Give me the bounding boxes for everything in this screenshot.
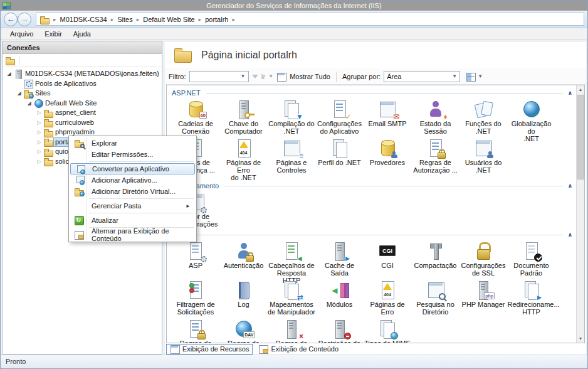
feature-ip-domain-restrictions[interactable]: Restrições de IP e de Domínio [316,319,364,343]
collapse-section-icon[interactable]: ∧ [568,90,572,96]
tree-item-sites[interactable]: ◢Sites [3,88,162,99]
feature-connection-strings[interactable]: abCadeias de Conexão [172,99,219,136]
feature-mime-types[interactable]: Tipos de MIME [364,319,411,343]
feature-php-manager[interactable]: phpPHP Manager [459,280,507,316]
vertical-scrollbar[interactable]: ▲ ▼ [576,85,584,343]
feature-compression[interactable]: Compactação [412,241,459,277]
collapsed-icon[interactable]: ▷ [35,159,43,164]
feature-net-authorization-rules[interactable]: Regras de Autorização ... [412,138,459,174]
chevron-down-icon[interactable]: ▼ [478,73,483,79]
menu-arquivo[interactable]: Arquivo [4,28,39,40]
breadcrumb-segment-portalrh[interactable]: portalrh [205,16,228,23]
feature-http-response-headers[interactable]: ◄Cabeçalhos de Resposta HTTP [268,241,315,277]
scroll-up-icon[interactable]: ▲ [577,85,584,94]
feature-net-globalization[interactable]: Globalização do .NET [508,99,555,136]
collapsed-icon[interactable]: ▷ [35,149,43,154]
feature-net-error-pages[interactable]: 404Páginas de Erro do .NET [220,138,268,174]
address-bar: ← → ▸M01DSK-CS34▸Sites▸Default Web Site▸… [1,11,587,28]
feature-failed-request-tracing-rules[interactable]: ×Regras de Rastreamento ... [268,319,315,343]
show-all-button[interactable]: Mostrar Tudo [290,73,330,80]
feature-webdav-authoring-rules[interactable]: DAVRegras de Criação de W... [220,319,268,343]
collapsed-icon[interactable]: ▷ [35,139,43,145]
menu-exibir[interactable]: Exibir [39,28,68,40]
feature-default-document[interactable]: Documento Padrão [508,241,555,277]
feature-application-settings[interactable]: ✓Configurações do Aplicativo [316,99,364,136]
failed-request-tracing-rules-icon: × [281,319,302,339]
collapsed-icon[interactable]: ▷ [35,120,43,126]
feature-pages-and-controls[interactable]: ≡Páginas e Controles [268,138,315,174]
forward-button[interactable]: → [18,13,31,26]
tree-item-default-web-site[interactable]: ◢Default Web Site [3,99,162,109]
tab-exibi-o-de-conte-do[interactable]: Exibição de Conteúdo [255,344,342,355]
breadcrumb-segment-sites[interactable]: Sites [117,16,132,23]
feature-error-pages[interactable]: 404Páginas de Erro [364,280,411,316]
feature-providers[interactable]: Provedores [364,138,411,174]
feature-machine-key[interactable]: Chave do Computador [220,99,268,136]
feature-label: Regras de Autorização ... [412,159,459,174]
glyph-overlay-icon: ► [536,294,543,301]
breadcrumb-segment-default-web-site[interactable]: Default Web Site [143,16,194,23]
asp-icon [186,241,206,261]
collapse-section-icon[interactable]: ∧ [568,183,572,189]
show-all-icon[interactable] [276,72,286,81]
feature-authentication[interactable]: Autenticação [220,241,268,277]
feature-net-users[interactable]: Usuários do .NET [459,138,507,174]
feature-logging[interactable]: Log [220,280,268,316]
context-menu-item-gerenciar-pasta[interactable]: Gerenciar Pasta► [70,200,195,211]
feature-modules[interactable]: ◄Módulos [316,280,364,316]
feature-authorization-rules[interactable]: Regras de Autorização ... [172,319,219,343]
feature-asp[interactable]: ASP [172,241,219,277]
filter-go-icon[interactable] [252,75,258,78]
view-selector-button[interactable]: ▼ [463,71,485,82]
feature-cgi[interactable]: CGICGI [364,241,411,277]
tab-exibi-o-de-recursos[interactable]: Exibição de Recursos [166,344,253,355]
feature-label: ASP [172,262,219,269]
group-by-select[interactable]: Área▼ [384,71,460,82]
feature-net-roles[interactable]: Funções do .NET [459,99,507,136]
feature-output-caching[interactable]: ►Cache de Saída [316,241,364,277]
collapsed-icon[interactable]: ▷ [35,129,43,135]
context-menu-item-adicionar-diret-rio-virtual[interactable]: Adicionar Diretório Virtual... [70,186,195,197]
chevron-down-icon[interactable]: ▼ [449,73,459,79]
tree-item-pools-de-aplicativos[interactable]: Pools de Aplicativos [3,79,162,89]
tree-item-m01dsk-cs34-metadados-jonas-feiten[interactable]: ◢M01DSK-CS34 (METADADOS\jonas.feiten) [3,69,162,79]
lock-overlay-icon [197,330,206,339]
scroll-down-icon[interactable]: ▼ [577,334,584,343]
context-menu-item-converter-para-aplicativo[interactable]: Converter para Aplicativo [70,163,195,174]
feature-net-compilation[interactable]: ▼Compilação do .NET [268,99,315,136]
feature-net-profile[interactable]: Perfil do .NET [316,138,364,174]
menu-ajuda[interactable]: Ajuda [68,28,97,40]
collapsed-icon[interactable]: ▷ [35,110,43,115]
go-button[interactable]: Ir [261,73,266,80]
context-menu-item-atualizar[interactable]: Atualizar [70,215,195,226]
context-menu-item-explorar[interactable]: Explorar [70,137,195,149]
feature-session-state[interactable]: ♦Estado da Sessão [412,99,459,136]
tree-item-aspnet-client[interactable]: ▷aspnet_client [3,108,162,118]
filter-input[interactable]: ▼ [189,71,249,82]
context-menu-item-alternar-para-exibi-o-de-conte-do[interactable]: Alternar para Exibição de Conteúdo [70,229,195,240]
scrollbar-thumb[interactable] [577,95,584,179]
features-view: ASP.NET∧abCadeias de ConexãoChave do Com… [166,85,585,343]
breadcrumb-separator-icon: ▸ [51,16,59,23]
expanded-icon[interactable]: ◢ [5,71,13,77]
feature-request-filtering[interactable]: Filtragem de Solicitações [172,280,219,316]
go-dropdown-icon[interactable]: ▼ [268,73,273,79]
feature-http-redirect[interactable]: ►Redirecioname... HTTP [508,280,555,316]
php-manager-icon: php [473,280,493,300]
tree-item-curriculoweb[interactable]: ▷curriculoweb [3,118,162,128]
feature-directory-browsing[interactable]: Pesquisa no Diretório [412,280,459,316]
feature-ssl-settings[interactable]: Configurações de SSL [459,241,507,277]
chevron-down-icon[interactable]: ▼ [238,73,248,79]
breadcrumb-segment-m01dsk-cs34[interactable]: M01DSK-CS34 [60,16,107,23]
collapse-section-icon[interactable]: ∧ [568,232,572,238]
save-connections-icon[interactable] [5,56,15,65]
context-menu-item-editar-permiss-es[interactable]: Editar Permissões... [70,149,195,160]
back-button[interactable]: ← [4,13,18,26]
expanded-icon[interactable]: ◢ [15,90,23,96]
feature-handler-mappings[interactable]: ⇄Mapeamentos de Manipulador [268,280,315,316]
context-menu-item-adicionar-aplicativo[interactable]: Adicionar Aplicativo... [70,174,195,186]
feature-label: Regras de Autorização ... [172,340,219,343]
breadcrumb[interactable]: ▸M01DSK-CS34▸Sites▸Default Web Site▸port… [36,13,584,26]
expanded-icon[interactable]: ◢ [25,100,33,106]
feature-smtp-email[interactable]: ✉Email SMTP [364,99,411,136]
